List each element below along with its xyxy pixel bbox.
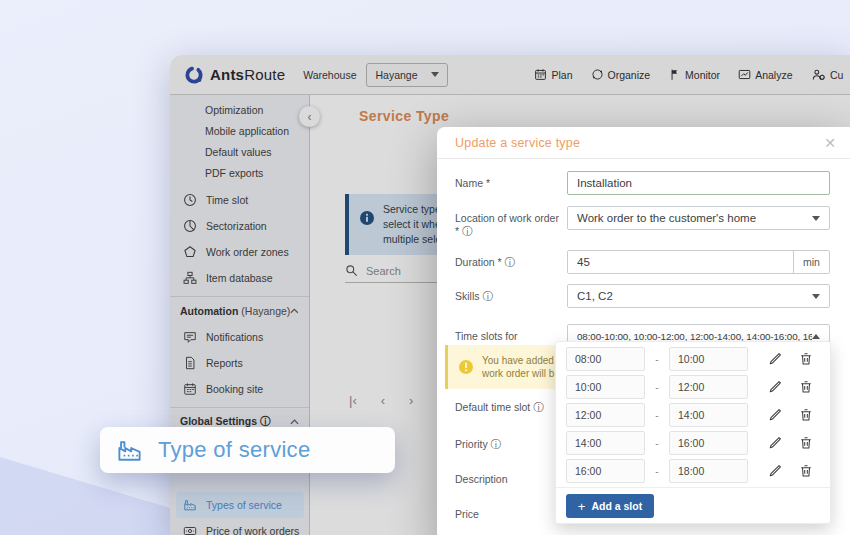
add-slot-button[interactable]: + Add a slot (566, 494, 654, 518)
slot-end-input[interactable] (669, 403, 748, 427)
slot-end-input[interactable] (669, 431, 748, 455)
slot-start-input[interactable] (566, 403, 645, 427)
factory-icon (116, 437, 143, 464)
close-icon[interactable]: ✕ (824, 135, 836, 151)
slot-separator: - (645, 382, 669, 393)
priority-label: Priority ⓘ (455, 438, 501, 452)
timeslots-select-value: 08:00-10:00, 10:00-12:00, 12:00-14:00, 1… (577, 331, 812, 342)
slot-separator: - (645, 438, 669, 449)
slot-separator: - (645, 354, 669, 365)
duration-input[interactable] (568, 251, 793, 273)
edit-pencil-icon[interactable] (768, 408, 782, 422)
delete-trash-icon[interactable] (799, 436, 813, 450)
add-slot-label: Add a slot (591, 500, 642, 512)
warning-icon (458, 359, 474, 375)
update-service-type-modal: Update a service type ✕ Name * Location … (437, 127, 850, 535)
tooltip-label: Type of service (158, 437, 310, 463)
slot-end-input[interactable] (669, 375, 748, 399)
field-row-duration: Duration * ⓘ min (455, 250, 830, 274)
slot-start-input[interactable] (566, 375, 645, 399)
skills-select-value: C1, C2 (577, 290, 812, 302)
field-row-location: Location of work order * ⓘ Work order to… (455, 206, 830, 238)
description-label: Description (455, 473, 508, 485)
location-select-value: Work order to the customer's home (577, 212, 812, 224)
slot-end-input[interactable] (669, 459, 748, 483)
edit-pencil-icon[interactable] (768, 464, 782, 478)
slot-end-input[interactable] (669, 347, 748, 371)
warning-line: work order will b (482, 367, 554, 380)
warning-line: You have added (482, 354, 554, 367)
delete-trash-icon[interactable] (799, 380, 813, 394)
slot-start-input[interactable] (566, 431, 645, 455)
name-label: Name * (455, 171, 567, 195)
edit-pencil-icon[interactable] (768, 380, 782, 394)
modal-title: Update a service type (455, 136, 580, 150)
skills-select[interactable]: C1, C2 (567, 284, 830, 308)
delete-trash-icon[interactable] (799, 464, 813, 478)
location-select[interactable]: Work order to the customer's home (567, 206, 830, 230)
edit-pencil-icon[interactable] (768, 436, 782, 450)
chevron-down-icon (812, 216, 820, 221)
chevron-down-icon (812, 294, 820, 299)
slot-start-input[interactable] (566, 347, 645, 371)
price-label: Price (455, 508, 479, 520)
timeslots-dropdown-panel: - - - (555, 341, 831, 524)
slot-separator: - (645, 466, 669, 477)
chevron-up-icon (812, 334, 820, 339)
field-row-skills: Skills ⓘ C1, C2 (455, 284, 830, 308)
screenshot-stage: AntsRoute Warehouse Hayange Plan (0, 0, 850, 535)
plus-icon: + (578, 499, 586, 514)
duration-unit: min (793, 251, 829, 273)
skills-label: Skills ⓘ (455, 284, 567, 308)
modal-header: Update a service type ✕ (437, 127, 850, 159)
name-input[interactable] (567, 171, 830, 195)
slot-row: - (566, 347, 820, 371)
location-label: Location of work order * ⓘ (455, 206, 567, 238)
delete-trash-icon[interactable] (799, 408, 813, 422)
slot-row: - (566, 459, 820, 483)
slot-row: - (566, 403, 820, 427)
slot-row: - (566, 431, 820, 455)
slot-separator: - (645, 410, 669, 421)
type-of-service-tooltip: Type of service (100, 427, 395, 473)
delete-trash-icon[interactable] (799, 352, 813, 366)
edit-pencil-icon[interactable] (768, 352, 782, 366)
slot-row: - (566, 375, 820, 399)
duration-label: Duration * ⓘ (455, 250, 567, 274)
default-time-slot-label: Default time slot ⓘ (455, 401, 544, 415)
panel-divider (556, 487, 830, 488)
slot-start-input[interactable] (566, 459, 645, 483)
field-row-name: Name * (455, 171, 830, 195)
